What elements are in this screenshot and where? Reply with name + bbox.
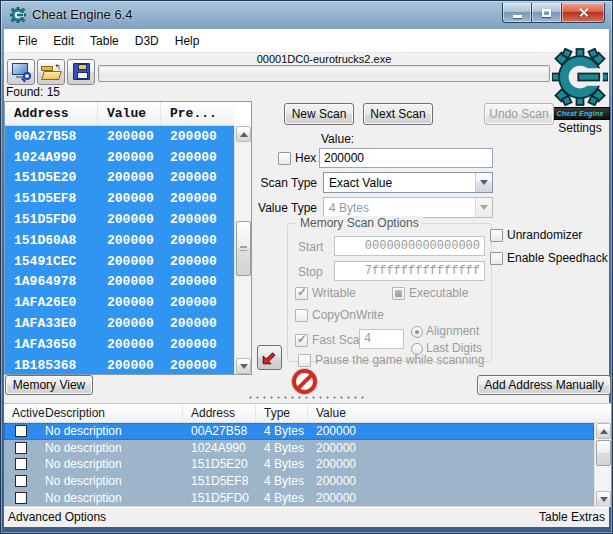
- column-header-address[interactable]: Address: [183, 404, 256, 422]
- active-checkbox[interactable]: [15, 492, 27, 504]
- found-list-row[interactable]: 151D5E20 200000 200000: [5, 168, 234, 189]
- window-title: Cheat Engine 6.4: [32, 7, 132, 22]
- hex-checkbox[interactable]: [278, 152, 291, 165]
- memory-view-button[interactable]: Memory View: [5, 375, 93, 395]
- column-header-previous[interactable]: Pre...: [161, 102, 234, 125]
- cheat-engine-logo[interactable]: [552, 48, 608, 106]
- cancel-scan-icon[interactable]: [292, 369, 317, 394]
- row-description: No description: [37, 491, 183, 505]
- active-checkbox[interactable]: [15, 458, 27, 470]
- chevron-down-icon[interactable]: [475, 173, 492, 192]
- menu-item-d3d[interactable]: D3D: [127, 31, 167, 51]
- scroll-down-icon[interactable]: [236, 358, 251, 374]
- cheat-table: Active Description Address Type Value No…: [4, 403, 611, 507]
- scroll-up-icon[interactable]: [236, 126, 251, 142]
- advanced-options-link[interactable]: Advanced Options: [8, 510, 106, 524]
- menu-item-table[interactable]: Table: [82, 31, 127, 51]
- memory-scan-options-title: Memory Scan Options: [296, 216, 423, 230]
- next-scan-button[interactable]: Next Scan: [363, 103, 433, 125]
- status-bar: Advanced Options Table Extras: [4, 506, 609, 527]
- minimize-icon: [513, 15, 522, 18]
- found-previous: 200000: [161, 358, 234, 373]
- table-extras-link[interactable]: Table Extras: [539, 510, 605, 524]
- found-list-row[interactable]: 1A964978 200000 200000: [5, 272, 234, 293]
- found-value: 200000: [98, 170, 161, 185]
- table-row[interactable]: No description 00A27B58 4 Bytes 200000: [4, 423, 594, 440]
- unrandomizer-checkbox[interactable]: [490, 229, 503, 242]
- found-address: 1AFA26E0: [5, 295, 98, 310]
- found-list-row[interactable]: 151D5FD0 200000 200000: [5, 209, 234, 230]
- row-address: 151D5E20: [183, 457, 256, 471]
- found-previous: 200000: [161, 129, 234, 144]
- active-checkbox[interactable]: [15, 475, 27, 487]
- scrollbar-thumb[interactable]: [236, 221, 251, 276]
- cheat-table-scrollbar[interactable]: [594, 423, 611, 507]
- found-list-scrollbar[interactable]: [234, 126, 251, 374]
- table-row[interactable]: No description 151D5EF8 4 Bytes 200000: [4, 473, 594, 490]
- menu-item-file[interactable]: File: [10, 31, 45, 51]
- scan-type-select[interactable]: Exact Value: [323, 172, 493, 193]
- close-button[interactable]: [561, 3, 605, 23]
- table-row[interactable]: No description 151D5FD0 4 Bytes 200000: [4, 489, 594, 506]
- scan-start-input: [334, 236, 485, 256]
- caption-buttons: [502, 3, 605, 23]
- scroll-up-icon[interactable]: [596, 423, 611, 439]
- column-header-type[interactable]: Type: [256, 404, 308, 422]
- found-list-row[interactable]: 1AFA33E0 200000 200000: [5, 313, 234, 334]
- menu-item-edit[interactable]: Edit: [45, 31, 82, 51]
- found-value: 200000: [98, 316, 161, 331]
- active-checkbox[interactable]: [15, 442, 27, 454]
- found-address: 151D5FD0: [5, 212, 98, 227]
- found-list-row[interactable]: 1024A990 200000 200000: [5, 147, 234, 168]
- found-list-row[interactable]: 00A27B58 200000 200000: [5, 126, 234, 147]
- executable-checkbox: [392, 287, 405, 300]
- add-address-manually-button[interactable]: Add Address Manually: [477, 375, 611, 395]
- column-header-description[interactable]: Description: [37, 404, 183, 422]
- found-list-row[interactable]: 15491CEC 200000 200000: [5, 251, 234, 272]
- menu-item-help[interactable]: Help: [167, 31, 208, 51]
- save-table-button[interactable]: [67, 59, 95, 85]
- maximize-icon: [542, 9, 551, 17]
- settings-link[interactable]: Settings: [550, 121, 610, 135]
- found-list-row[interactable]: 151D60A8 200000 200000: [5, 230, 234, 251]
- found-previous: 200000: [161, 254, 234, 269]
- column-header-value[interactable]: Value: [308, 404, 611, 422]
- scrollbar-thumb[interactable]: [596, 440, 611, 466]
- row-address: 00A27B58: [183, 424, 256, 438]
- table-row[interactable]: No description 1024A990 4 Bytes 200000: [4, 440, 594, 457]
- row-type: 4 Bytes: [256, 491, 308, 505]
- active-checkbox[interactable]: [15, 425, 27, 437]
- found-list-row[interactable]: 1AFA26E0 200000 200000: [5, 292, 234, 313]
- column-header-active[interactable]: Active: [4, 404, 37, 422]
- found-previous: 200000: [161, 233, 234, 248]
- table-row[interactable]: No description 151D5E20 4 Bytes 200000: [4, 456, 594, 473]
- column-header-value[interactable]: Value: [98, 102, 161, 125]
- start-label: Start: [298, 240, 323, 254]
- scan-value-input[interactable]: [319, 148, 493, 168]
- found-list-row[interactable]: 1AFA3650 200000 200000: [5, 334, 234, 355]
- row-type: 4 Bytes: [256, 457, 308, 471]
- found-list-rows: 00A27B58 200000 200000 1024A990 200000 2…: [5, 126, 234, 374]
- found-list-row[interactable]: 151D5EF8 200000 200000: [5, 188, 234, 209]
- enable-speedhack-checkbox[interactable]: [490, 252, 503, 265]
- hex-label: Hex: [295, 151, 316, 165]
- minimize-button[interactable]: [502, 3, 532, 23]
- fast-scan-checkbox: [295, 334, 308, 347]
- open-table-button[interactable]: ↰: [37, 59, 65, 85]
- add-selected-addresses-button[interactable]: [257, 345, 282, 370]
- copyonwrite-label: CopyOnWrite: [312, 308, 384, 322]
- maximize-button[interactable]: [532, 3, 561, 23]
- scroll-down-icon[interactable]: [596, 491, 611, 507]
- found-value: 200000: [98, 129, 161, 144]
- cheat-table-header: Active Description Address Type Value: [4, 404, 611, 423]
- fast-scan-label: Fast Scan: [312, 333, 366, 347]
- new-scan-button[interactable]: New Scan: [284, 103, 354, 125]
- column-header-address[interactable]: Address: [5, 102, 98, 125]
- select-process-button[interactable]: [7, 59, 35, 85]
- splitter-handle[interactable]: [247, 396, 367, 399]
- open-folder-icon: ↰: [41, 64, 61, 80]
- title-bar[interactable]: Cheat Engine 6.4: [1, 1, 612, 29]
- memory-scan-options-group: Memory Scan Options Start Stop Writable …: [287, 223, 492, 362]
- row-value: 200000: [308, 474, 594, 488]
- found-list-row[interactable]: 1B185368 200000 200000: [5, 355, 234, 376]
